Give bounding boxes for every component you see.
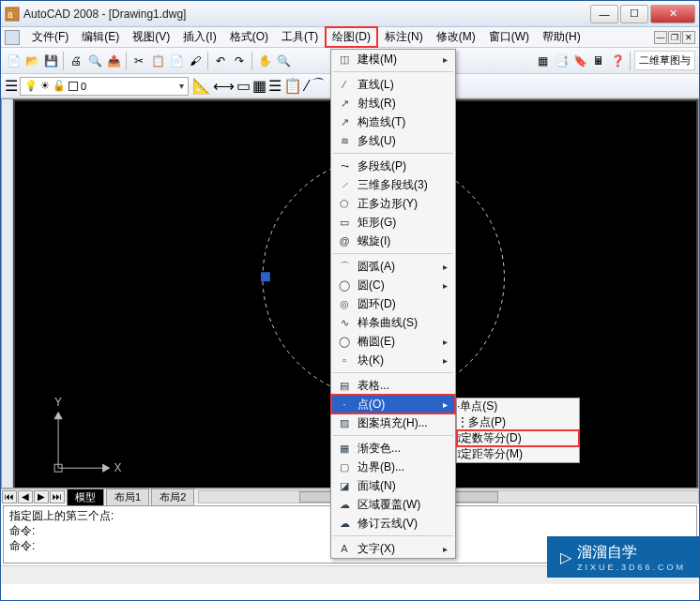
menu-item[interactable]: ↗构造线(T)	[331, 113, 455, 131]
menu-item-label: 样条曲线(S)	[358, 315, 418, 331]
menu-item[interactable]: ▤表格...	[331, 376, 455, 395]
menu-item-label: 多点(P)	[468, 415, 506, 428]
menu-insert[interactable]: 插入(I)	[176, 27, 222, 47]
cut-icon[interactable]: ✂	[130, 53, 147, 69]
mdi-restore[interactable]: ❐	[668, 31, 681, 44]
menu-draw[interactable]: 绘图(D)	[325, 26, 378, 48]
copy-icon[interactable]: 📋	[149, 53, 166, 69]
menu-item[interactable]: ◯椭圆(E)▸	[331, 332, 455, 351]
layer-combo[interactable]: 💡 ☀ 🔓 0 ▾	[20, 77, 189, 96]
left-toolbar[interactable]	[2, 99, 13, 488]
tab-first[interactable]: ⏮	[2, 490, 17, 503]
help-icon[interactable]: ❓	[609, 53, 626, 69]
line-icon[interactable]: ∕	[306, 78, 309, 95]
menu-format[interactable]: 格式(O)	[223, 27, 275, 47]
mdi-minimize[interactable]: —	[654, 31, 667, 44]
menu-item-icon: ⟋	[337, 179, 352, 190]
mdi-close[interactable]: ✕	[682, 31, 695, 44]
menu-item[interactable]: @螺旋(I)	[331, 232, 455, 250]
tab-model[interactable]: 模型	[67, 488, 104, 505]
submenu-item[interactable]: ⋮多点(P)	[457, 414, 579, 430]
menu-help[interactable]: 帮助(H)	[536, 27, 587, 47]
menu-item[interactable]: ∕直线(L)	[331, 75, 455, 94]
layers-icon[interactable]: ☰	[268, 77, 282, 95]
arc-icon[interactable]: ⌒	[311, 76, 326, 96]
menu-tools[interactable]: 工具(T)	[275, 27, 325, 47]
submenu-item[interactable]: ⟟定距等分(M)	[457, 446, 579, 462]
menu-item-label: 多线(U)	[358, 133, 396, 149]
chevron-down-icon: ▾	[179, 81, 184, 91]
submenu-arrow-icon: ▸	[443, 399, 448, 410]
match-icon[interactable]: 🖌	[187, 53, 204, 69]
props-icon[interactable]: 📋	[283, 77, 302, 95]
menu-item[interactable]: ⤳多段线(P)	[331, 157, 455, 175]
menu-item-label: 边界(B)...	[358, 459, 404, 475]
menu-item-label: 块(K)	[358, 353, 384, 368]
menu-item[interactable]: ∿样条曲线(S)	[331, 313, 455, 332]
minimize-button[interactable]: —	[590, 5, 618, 23]
menu-file[interactable]: 文件(F)	[25, 27, 75, 47]
close-button[interactable]: ✕	[650, 5, 695, 23]
zoom-icon[interactable]: 🔍	[275, 53, 292, 69]
menu-item[interactable]: ▦渐变色...	[331, 439, 455, 458]
new-file-icon[interactable]: 📄	[5, 53, 22, 69]
submenu-arrow-icon: ▸	[443, 262, 448, 272]
separator	[207, 52, 208, 70]
window-controls: — ☐ ✕	[590, 5, 695, 23]
menu-item[interactable]: ☁修订云线(V)	[331, 514, 455, 533]
table-icon[interactable]: ▦	[252, 77, 266, 95]
print-icon[interactable]: 🖨	[68, 53, 84, 69]
menu-item[interactable]: ▭矩形(G)	[331, 213, 455, 232]
qcalc-icon[interactable]: 🖩	[590, 53, 607, 69]
menu-item[interactable]: ⌒圆弧(A)▸	[331, 257, 455, 276]
menu-edit[interactable]: 编辑(E)	[75, 27, 126, 47]
sheet-set-icon[interactable]: 📑	[553, 53, 570, 69]
tab-last[interactable]: ⏭	[50, 490, 65, 503]
tab-layout2[interactable]: 布局2	[151, 488, 194, 505]
menu-item[interactable]: ◪面域(N)	[331, 476, 455, 495]
submenu-item[interactable]: ·单点(S)	[457, 398, 579, 414]
menu-separator	[333, 372, 453, 373]
menu-item[interactable]: ◫建模(M)▸	[331, 50, 455, 68]
markup-icon[interactable]: 🔖	[571, 53, 588, 69]
menu-item[interactable]: ·点(O)▸	[331, 395, 455, 413]
menu-item[interactable]: ▢边界(B)...	[331, 458, 455, 476]
menu-item[interactable]: ◯圆(C)▸	[331, 276, 455, 294]
menu-view[interactable]: 视图(V)	[126, 27, 176, 47]
layer-manager-icon[interactable]: ☰	[5, 77, 18, 95]
tab-layout1[interactable]: 布局1	[106, 488, 149, 505]
mdi-control-icon[interactable]	[5, 30, 20, 45]
undo-icon[interactable]: ↶	[212, 53, 229, 69]
paste-icon[interactable]: 📄	[168, 53, 185, 69]
save-icon[interactable]: 💾	[42, 53, 59, 69]
maximize-button[interactable]: ☐	[620, 5, 648, 23]
menu-item[interactable]: ☁区域覆盖(W)	[331, 495, 455, 514]
sun-icon: ☀	[40, 80, 50, 92]
menu-item[interactable]: ◎圆环(D)	[331, 294, 455, 313]
menu-item[interactable]: ▨图案填充(H)...	[331, 413, 455, 432]
dim-icon[interactable]: ⟷	[213, 77, 235, 95]
menu-item[interactable]: ▫块(K)▸	[331, 351, 455, 369]
menu-modify[interactable]: 修改(M)	[430, 27, 482, 47]
open-file-icon[interactable]: 📂	[23, 53, 40, 69]
lightbulb-icon: 💡	[24, 80, 38, 92]
tab-prev[interactable]: ◀	[18, 490, 33, 503]
preview-icon[interactable]: 🔍	[86, 53, 103, 69]
menu-window[interactable]: 窗口(W)	[482, 27, 536, 47]
menu-item[interactable]: ⬠正多边形(Y)	[331, 194, 455, 213]
svg-text:a: a	[8, 9, 13, 20]
tool-palette-icon[interactable]: ▦	[534, 53, 551, 69]
menu-item[interactable]: ≋多线(U)	[331, 131, 455, 150]
publish-icon[interactable]: 📤	[105, 53, 122, 69]
measure-icon[interactable]: 📐	[192, 77, 211, 95]
menu-item[interactable]: A文字(X)▸	[331, 539, 455, 558]
submenu-item[interactable]: ⟟定数等分(D)	[457, 430, 579, 446]
workspace-button[interactable]: 二维草图与	[634, 51, 695, 70]
pan-icon[interactable]: ✋	[256, 53, 273, 69]
redo-icon[interactable]: ↷	[231, 53, 248, 69]
menu-item[interactable]: ⟋三维多段线(3)	[331, 175, 455, 194]
style-icon[interactable]: ▭	[236, 77, 251, 95]
menu-item[interactable]: ↗射线(R)	[331, 94, 455, 113]
tab-next[interactable]: ▶	[34, 490, 49, 503]
menu-dim[interactable]: 标注(N)	[378, 27, 430, 47]
